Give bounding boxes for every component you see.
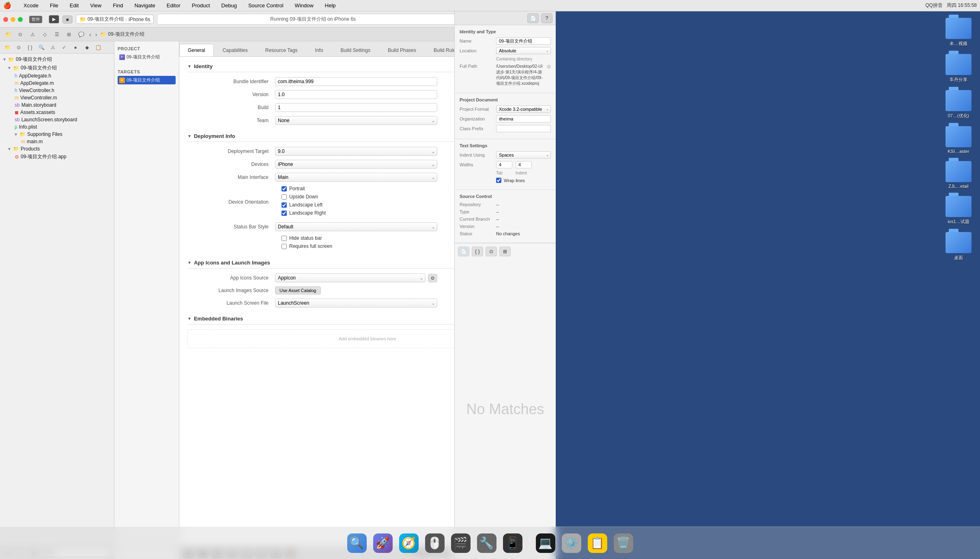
inspector-name-input[interactable] [496,37,551,45]
identity-chevron[interactable]: ▼ [187,64,191,69]
tab-capabilities[interactable]: Capabilities [214,44,256,56]
git-icon[interactable]: ⊙ [14,43,24,52]
menu-navigate[interactable]: Navigate [132,2,157,9]
menu-help[interactable]: Help [322,2,338,9]
target-select[interactable]: 9.0 [275,147,437,156]
dock-finder[interactable]: 🔍 [346,532,368,555]
wrap-lines-checkbox[interactable] [496,178,501,183]
shapes-icon[interactable]: ◇ [40,30,49,39]
menu-window[interactable]: Window [292,2,316,9]
project-selector[interactable]: 📁 09-项目文件介绍 › iPhone 6s [76,15,154,24]
build-input[interactable] [275,103,437,112]
tree-file-viewcontroller-h[interactable]: h ViewController.h [0,87,114,94]
nav-back[interactable]: ‹ [88,30,92,39]
launch-screen-select[interactable]: LaunchScreen [275,299,437,307]
menu-xcode[interactable]: Xcode [21,2,41,9]
inspector-doc-icon[interactable]: 📄 [458,247,469,256]
dock-terminal[interactable]: 💻 [534,532,557,555]
menu-editor[interactable]: Editor [164,2,183,9]
folder-icon[interactable]: 📁 [3,30,13,39]
run-button[interactable]: ▶ [49,15,59,24]
tree-file-info-plist[interactable]: p Info.plist [0,123,114,131]
dock-safari[interactable]: 🧭 [398,532,420,555]
desktop-folder-6[interactable]: 桌面 [940,229,977,264]
dock-trash[interactable]: 🗑️ [612,532,635,555]
format-select[interactable]: Xcode 3.2-compatible [496,105,551,113]
bubble-icon[interactable]: 💬 [76,30,86,39]
test-icon[interactable]: ✓ [59,43,69,52]
desktop-folder-5[interactable]: ios1…试题 [940,193,977,228]
target-item[interactable]: A 09-项目文件介绍 [118,76,176,84]
log-icon[interactable]: 📋 [93,43,103,52]
add-icons-btn[interactable]: ⊙ [428,274,437,282]
symbol-icon[interactable]: { } [25,43,35,52]
warning-icon[interactable]: ⚠ [28,30,37,39]
version-input[interactable] [275,90,437,99]
icons-source-select[interactable]: AppIcon [275,273,426,282]
desktop-folder-3[interactable]: KSI…aster [940,123,977,157]
tree-file-app[interactable]: ⚙ 09-项目文件介绍.app [0,153,114,161]
upside-down-checkbox[interactable] [282,194,287,200]
warning-nav-icon[interactable]: ⚠ [48,43,58,52]
search-icon[interactable]: 🔍 [37,43,46,52]
tree-file-main-m[interactable]: m main.m [0,138,114,145]
tree-file-launchscreen[interactable]: sb LaunchScreen.storyboard [0,116,114,123]
desktop-folder-1[interactable]: 车丹分享 [940,51,977,86]
inspector-code-icon[interactable]: { } [472,247,483,256]
deployment-chevron[interactable]: ▼ [187,134,191,138]
stop-button[interactable]: ■ [62,15,73,24]
tree-file-main-storyboard[interactable]: sb Main.storyboard [0,101,114,109]
tree-root[interactable]: ▶ 📁 09-项目文件介绍 [0,55,114,64]
inspector-layout-icon[interactable]: ⊞ [499,247,511,256]
breakpoint-icon[interactable]: ◆ [82,43,92,52]
tree-file-assets[interactable]: ◼ Assets.xcassets [0,109,114,116]
tree-folder-supporting[interactable]: ▶ 📁 Supporting Files [0,131,114,138]
landscape-left-checkbox[interactable] [282,202,287,208]
tab-resource-tags[interactable]: Resource Tags [257,44,306,56]
list-icon[interactable]: ☰ [52,30,62,39]
team-select[interactable]: None [275,116,437,125]
dock-notes[interactable]: 📋 [586,532,609,555]
dock-sim[interactable]: 📱 [501,532,524,555]
project-item[interactable]: P 09-项目文件介绍 [118,53,176,61]
inspector-doc-btn[interactable]: 📄 [527,13,539,23]
nav-forward[interactable]: › [95,30,98,39]
tree-project-folder[interactable]: ▶ 📁 09-项目文件介绍 [0,64,114,72]
embedded-chevron[interactable]: ▼ [187,316,191,321]
interface-select[interactable]: Main [275,173,437,182]
inspector-clock-icon[interactable]: ⊙ [486,247,497,256]
tab-general[interactable]: General [179,44,214,56]
class-prefix-input[interactable] [496,125,551,132]
pause-button[interactable]: 暂停 [29,16,42,23]
dock-tools[interactable]: 🔧 [475,532,498,555]
folder-nav-icon[interactable]: 📁 [2,43,12,52]
dock-mouse[interactable]: 🖱️ [423,532,446,555]
hide-status-checkbox[interactable] [282,236,287,241]
org-input[interactable] [496,115,551,123]
grid-icon[interactable]: ⊞ [64,30,74,39]
bundle-id-input[interactable] [275,77,437,86]
tree-file-viewcontroller-m[interactable]: m ViewController.m [0,94,114,101]
close-button[interactable] [3,17,8,22]
maximize-button[interactable] [18,17,23,22]
inspector-location-select[interactable]: Absolute [496,47,551,54]
dock-sysprefs[interactable]: ⚙️ [560,532,583,555]
indent-width-input[interactable] [516,161,532,168]
requires-full-checkbox[interactable] [282,244,287,249]
debug-icon[interactable]: ● [71,43,80,52]
minimize-button[interactable] [11,17,15,22]
devices-select[interactable]: iPhone iPad Universal [275,160,437,169]
menu-product[interactable]: Product [189,2,213,9]
filter-icon[interactable]: ⊙ [15,30,25,39]
landscape-right-checkbox[interactable] [282,211,287,216]
inspector-help-btn[interactable]: ? [541,13,552,23]
tree-file-appdelegate-h[interactable]: h AppDelegate.h [0,72,114,80]
portrait-checkbox[interactable] [282,186,287,191]
tree-folder-products[interactable]: ▶ 📁 Products [0,145,114,153]
indent-using-select[interactable]: Spaces Tabs [496,151,551,159]
dock-launchpad[interactable]: 🚀 [372,532,394,555]
tab-info[interactable]: Info [307,44,332,56]
tab-build-phases[interactable]: Build Phases [379,44,425,56]
menu-file[interactable]: File [47,2,61,9]
status-bar-select[interactable]: Default [275,222,437,231]
